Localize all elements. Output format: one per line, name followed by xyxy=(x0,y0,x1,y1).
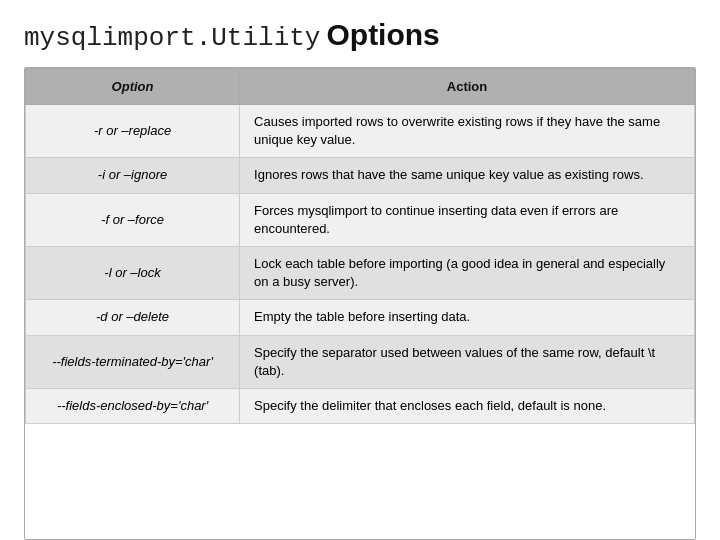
table-cell-action: Forces mysqlimport to continue inserting… xyxy=(240,193,695,246)
options-table: Option Action -r or –replaceCauses impor… xyxy=(25,68,695,424)
column-header-action: Action xyxy=(240,69,695,105)
table-cell-action: Empty the table before inserting data. xyxy=(240,300,695,335)
table-cell-option: -r or –replace xyxy=(26,105,240,158)
options-table-wrapper: Option Action -r or –replaceCauses impor… xyxy=(24,67,696,540)
table-cell-action: Causes imported rows to overwrite existi… xyxy=(240,105,695,158)
title-dot: . xyxy=(196,23,212,53)
page: mysqlimport.Utility Options Option Actio… xyxy=(0,0,720,540)
table-cell-option: --fields-enclosed-by='char' xyxy=(26,388,240,423)
title-options: Options xyxy=(326,18,439,52)
table-row: --fields-enclosed-by='char'Specify the d… xyxy=(26,388,695,423)
table-cell-action: Specify the delimiter that encloses each… xyxy=(240,388,695,423)
table-row: -d or –deleteEmpty the table before inse… xyxy=(26,300,695,335)
table-row: -f or –forceForces mysqlimport to contin… xyxy=(26,193,695,246)
table-row: --fields-terminated-by='char'Specify the… xyxy=(26,335,695,388)
table-row: -i or –ignoreIgnores rows that have the … xyxy=(26,158,695,193)
table-cell-action: Specify the separator used between value… xyxy=(240,335,695,388)
column-header-option: Option xyxy=(26,69,240,105)
title-monospace: mysqlimport.Utility xyxy=(24,23,320,53)
table-row: -r or –replaceCauses imported rows to ov… xyxy=(26,105,695,158)
table-cell-option: --fields-terminated-by='char' xyxy=(26,335,240,388)
table-cell-action: Ignores rows that have the same unique k… xyxy=(240,158,695,193)
table-row: -l or –lockLock each table before import… xyxy=(26,246,695,299)
table-cell-option: -i or –ignore xyxy=(26,158,240,193)
table-cell-option: -f or –force xyxy=(26,193,240,246)
table-cell-option: -l or –lock xyxy=(26,246,240,299)
page-title: mysqlimport.Utility Options xyxy=(24,18,696,53)
table-cell-action: Lock each table before importing (a good… xyxy=(240,246,695,299)
table-cell-option: -d or –delete xyxy=(26,300,240,335)
